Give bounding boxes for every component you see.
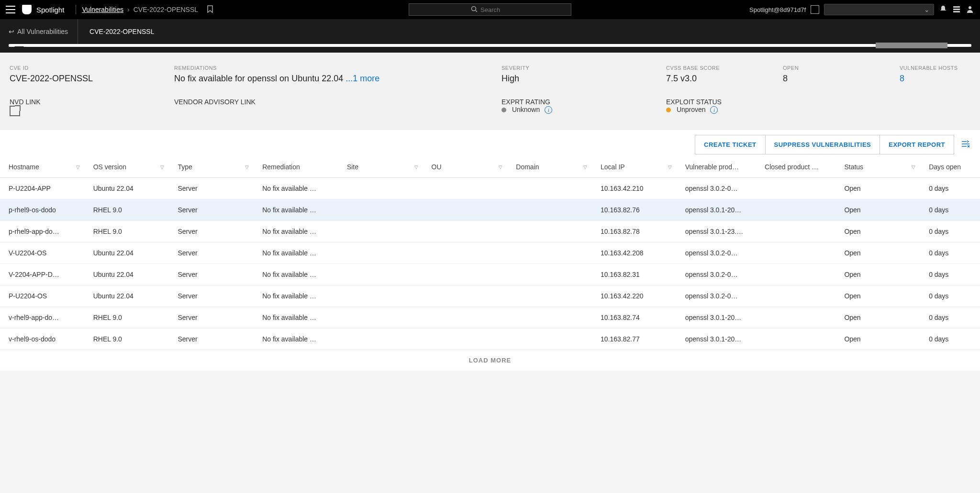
cell-hostname: V-U2204-OS <box>0 242 85 264</box>
table-row[interactable]: P-U2204-APPUbuntu 22.04ServerNo fix avai… <box>0 178 980 199</box>
cell-type: Server <box>169 285 254 307</box>
cell-type: Server <box>169 178 254 199</box>
sub-nav: ↩ All Vulnerabilities CVE-2022-OPENSSL <box>0 19 980 44</box>
user-context: Spotlight@8d971d7f <box>749 6 806 13</box>
col-local-ip[interactable]: Local IP▽ <box>592 156 677 178</box>
timeline-slider[interactable] <box>0 44 980 53</box>
col-closed-product[interactable]: Closed product … <box>756 156 835 178</box>
table-row[interactable]: v-rhel9-app-do…RHEL 9.0ServerNo fix avai… <box>0 307 980 329</box>
tab-cve[interactable]: CVE-2022-OPENSSL <box>78 19 166 44</box>
col-site[interactable]: Site▽ <box>338 156 423 178</box>
search-box[interactable] <box>409 3 571 16</box>
bell-icon[interactable] <box>939 5 947 15</box>
app-name: Spotlight <box>36 6 64 14</box>
col-remediation[interactable]: Remediation <box>254 156 338 178</box>
info-icon[interactable]: i <box>710 106 718 114</box>
breadcrumb-root-link[interactable]: Vulnerabilities <box>82 6 123 13</box>
vuln-hosts-value[interactable]: 8 <box>900 74 980 84</box>
cell-local-ip: 10.163.42.220 <box>592 285 677 307</box>
cell-site <box>338 285 423 307</box>
table-row[interactable]: p-rhel9-os-dodoRHEL 9.0ServerNo fix avai… <box>0 199 980 221</box>
cell-remediation: No fix available … <box>254 178 338 199</box>
col-status[interactable]: Status▽ <box>835 156 920 178</box>
table-row[interactable]: v-rhel9-os-dodoRHEL 9.0ServerNo fix avai… <box>0 329 980 350</box>
col-hostname[interactable]: Hostname▽ <box>0 156 85 178</box>
filter-icon[interactable]: ▽ <box>499 164 502 170</box>
col-os[interactable]: OS version▽ <box>85 156 169 178</box>
col-vuln-product[interactable]: Vulnerable prod… <box>677 156 756 178</box>
cell-type: Server <box>169 329 254 350</box>
cell-site <box>338 264 423 285</box>
filter-icon[interactable]: ▽ <box>583 164 587 170</box>
field-exploit-status: EXPLOIT STATUS Unproven i <box>666 98 970 118</box>
create-ticket-button[interactable]: CREATE TICKET <box>695 135 766 154</box>
cell-days-open: 0 days <box>920 242 980 264</box>
col-domain[interactable]: Domain▽ <box>507 156 592 178</box>
user-icon[interactable] <box>966 5 974 15</box>
cell-hostname: V-2204-APP-D… <box>0 264 85 285</box>
cell-status: Open <box>835 307 920 329</box>
external-link-icon[interactable] <box>10 106 20 116</box>
severity-value: High <box>501 74 664 84</box>
remediations-more-link[interactable]: ...1 more <box>345 74 379 83</box>
cell-ou <box>423 264 508 285</box>
column-settings-icon[interactable] <box>961 140 970 150</box>
col-ou[interactable]: OU▽ <box>423 156 508 178</box>
export-report-button[interactable]: EXPORT REPORT <box>880 135 954 154</box>
window-icon[interactable] <box>811 5 819 14</box>
exprt-value: Unknown <box>512 106 540 113</box>
cell-vuln-product: openssl 3.0.2-0… <box>677 285 756 307</box>
svg-rect-3 <box>953 9 960 10</box>
suppress-vulnerabilities-button[interactable]: SUPPRESS VULNERABILITIES <box>766 135 880 154</box>
cell-remediation: No fix available … <box>254 307 338 329</box>
col-type[interactable]: Type▽ <box>169 156 254 178</box>
bookmark-icon[interactable] <box>207 5 213 14</box>
cell-os: RHEL 9.0 <box>85 307 169 329</box>
cell-remediation: No fix available … <box>254 285 338 307</box>
severity-label: SEVERITY <box>501 65 664 71</box>
cell-ou <box>423 307 508 329</box>
app-logo-icon[interactable] <box>22 5 32 14</box>
cell-local-ip: 10.163.82.77 <box>592 329 677 350</box>
vendor-label: VENDOR ADVISORY LINK <box>174 98 500 106</box>
cell-os: Ubuntu 22.04 <box>85 242 169 264</box>
back-all-vulnerabilities[interactable]: ↩ All Vulnerabilities <box>9 19 78 44</box>
filter-icon[interactable]: ▽ <box>160 164 164 170</box>
cell-domain <box>507 264 592 285</box>
filter-icon[interactable]: ▽ <box>76 164 80 170</box>
breadcrumb: Vulnerabilities › CVE-2022-OPENSSL <box>82 5 213 14</box>
filter-icon[interactable]: ▽ <box>245 164 249 170</box>
cell-domain <box>507 242 592 264</box>
filter-icon[interactable]: ▽ <box>668 164 672 170</box>
cell-local-ip: 10.163.82.31 <box>592 264 677 285</box>
stack-icon[interactable] <box>952 5 961 15</box>
cell-site <box>338 178 423 199</box>
filter-icon[interactable]: ▽ <box>414 164 418 170</box>
cell-closed-product <box>756 285 835 307</box>
cell-remediation: No fix available … <box>254 221 338 242</box>
table-row[interactable]: p-rhel9-app-do…RHEL 9.0ServerNo fix avai… <box>0 221 980 242</box>
open-value: 8 <box>783 74 898 84</box>
status-dot-orange-icon <box>666 108 671 112</box>
info-icon[interactable]: i <box>545 106 552 114</box>
load-more-button[interactable]: LOAD MORE <box>0 350 980 371</box>
field-cvss: CVSS BASE SCORE 7.5 v3.0 <box>666 65 781 84</box>
cell-type: Server <box>169 199 254 221</box>
table-row[interactable]: P-U2204-OSUbuntu 22.04ServerNo fix avail… <box>0 285 980 307</box>
hamburger-menu-icon[interactable] <box>6 6 15 13</box>
table-row[interactable]: V-2204-APP-D…Ubuntu 22.04ServerNo fix av… <box>0 264 980 285</box>
cell-vuln-product: openssl 3.0.2-0… <box>677 178 756 199</box>
cell-os: Ubuntu 22.04 <box>85 264 169 285</box>
search-container <box>409 3 571 16</box>
cell-vuln-product: openssl 3.0.2-0… <box>677 242 756 264</box>
cell-site <box>338 221 423 242</box>
account-selector[interactable]: ⌄ <box>824 4 934 15</box>
cvss-label: CVSS BASE SCORE <box>666 65 781 71</box>
table-row[interactable]: V-U2204-OSUbuntu 22.04ServerNo fix avail… <box>0 242 980 264</box>
col-days-open[interactable]: Days open <box>920 156 980 178</box>
cell-ou <box>423 221 508 242</box>
filter-icon[interactable]: ▽ <box>912 164 915 170</box>
search-input[interactable] <box>480 6 509 13</box>
cell-hostname: P-U2204-OS <box>0 285 85 307</box>
cell-ou <box>423 178 508 199</box>
